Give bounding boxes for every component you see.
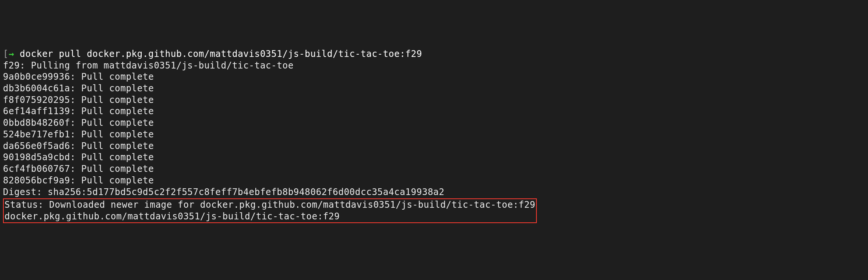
layer-line: 6cf4fb060767: Pull complete (3, 164, 154, 174)
layer-line: f8f075920295: Pull complete (3, 95, 154, 105)
layer-line: 0bbd8b48260f: Pull complete (3, 118, 154, 128)
layer-line: 828056bcf9a9: Pull complete (3, 175, 154, 186)
prompt-arrow-icon: → (9, 49, 14, 59)
prompt-bracket: [ (3, 49, 9, 59)
layer-line: 524be717efb1: Pull complete (3, 129, 154, 140)
layer-line: db3b6004c61a: Pull complete (3, 83, 154, 94)
command-text: docker pull docker.pkg.github.com/mattda… (14, 49, 422, 59)
layer-line: 90198d5a9cbd: Pull complete (3, 152, 154, 162)
pulling-line: f29: Pulling from mattdavis0351/js-build… (3, 60, 293, 71)
terminal-output: [→ docker pull docker.pkg.github.com/mat… (3, 48, 865, 223)
digest-line: Digest: sha256:5d177bd5c9d5c2f2f557c8fef… (3, 187, 444, 197)
layer-line: 9a0b0ce99936: Pull complete (3, 71, 154, 82)
highlight-box: Status: Downloaded newer image for docke… (3, 198, 537, 223)
status-line: Status: Downloaded newer image for docke… (4, 200, 535, 210)
image-ref-line: docker.pkg.github.com/mattdavis0351/js-b… (4, 211, 340, 222)
layer-line: da656e0f5ad6: Pull complete (3, 141, 154, 151)
layer-line: 6ef14aff1139: Pull complete (3, 106, 154, 116)
